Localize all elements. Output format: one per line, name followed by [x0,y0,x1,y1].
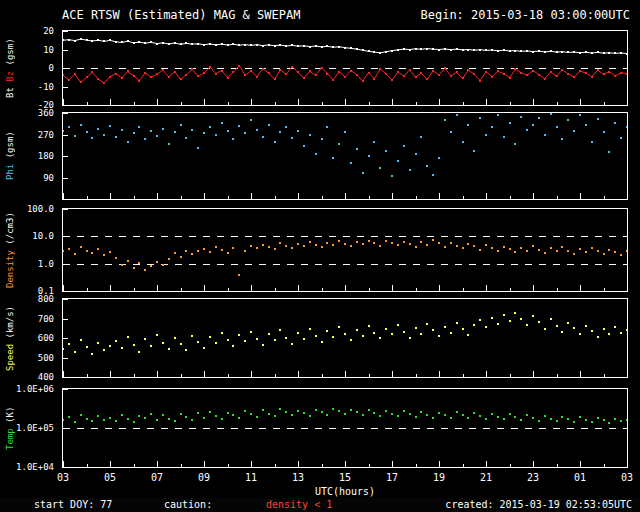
y-tick-label: 100.0 [27,204,54,214]
x-tick-label: 03 [616,472,638,483]
x-tick-label: 17 [381,472,403,483]
y-axis-label-mag: Bt Bz (gsm) [5,30,20,106]
y-tick-label: 1.0E+05 [16,423,54,433]
temp-canvas [63,389,627,467]
y-tick-label: 10 [43,45,54,55]
y-tick-label: 270 [38,130,54,140]
x-tick-label: 23 [522,472,544,483]
panel-speed [62,298,628,378]
panel-mag-bt-bz [62,30,628,106]
axis-label-part: Bt [5,87,15,98]
y-axis-label-density: Density (/cm3) [5,208,20,292]
footer-status-bar: start DOY: 77 caution: density < 1 creat… [0,498,640,512]
y-tick-label: 700 [38,314,54,324]
panel-density [62,208,628,292]
y-axis-label-phi: Phi (gsm) [5,112,20,200]
y-tick-label: 1.0E+04 [16,462,54,472]
y-axis-label-speed: Speed (km/s) [5,298,20,378]
begin-timestamp: Begin: 2015-03-18 03:00:00UTC [420,8,630,22]
x-tick-label: 21 [475,472,497,483]
caution-value: density < 1 [266,499,332,510]
y-tick-label: 90 [43,173,54,183]
x-tick-label: 19 [428,472,450,483]
panel-phi [62,112,628,200]
axis-label-part: Density [5,250,15,288]
axis-label-part: (/cm3) [5,212,15,245]
x-tick-label: 07 [146,472,168,483]
x-tick-label: 03 [52,472,74,483]
x-tick-label: 01 [569,472,591,483]
start-doy-text: start DOY: 77 [34,499,112,510]
y-tick-label: 10.0 [32,231,54,241]
y-tick-label: 500 [38,353,54,363]
x-tick-label: 13 [287,472,309,483]
y-axis-label-temp: Temp (K) [5,388,20,468]
caution-label: caution: [164,499,212,510]
ace-rtsw-plot-screen: ACE RTSW (Estimated) MAG & SWEPAM Begin:… [0,0,640,512]
created-timestamp: created: 2015-03-19 02:53:05UTC [445,499,632,510]
y-tick-label: 1.0E+06 [16,384,54,394]
axis-label-part: Bz [5,71,15,82]
y-tick-label: 1.0 [38,259,54,269]
phi-canvas [63,113,627,199]
axis-label-part: Phi [5,164,15,180]
x-axis-title: UTC(hours) [62,486,628,497]
axis-label-part: (gsm) [5,38,15,65]
density-canvas [63,209,627,291]
y-tick-label: 600 [38,333,54,343]
speed-canvas [63,299,627,377]
axis-label-part: Temp [5,428,15,450]
axis-label-part: (km/s) [5,305,15,338]
x-tick-label: 15 [334,472,356,483]
y-tick-label: 360 [38,108,54,118]
y-tick-label: 0 [49,63,54,73]
x-tick-label: 11 [240,472,262,483]
panel-temp [62,388,628,468]
mag-bt-bz-canvas [63,31,627,105]
x-axis-ticks: 03050709111315171921230103 [0,472,640,484]
y-tick-label: 180 [38,151,54,161]
y-tick-label: 800 [38,294,54,304]
y-tick-label: 400 [38,372,54,382]
axis-label-part: (gsm) [5,132,15,159]
y-tick-label: -10 [38,82,54,92]
axis-label-part: (K) [5,406,15,422]
x-tick-label: 09 [193,472,215,483]
y-tick-label: 20 [43,26,54,36]
axis-label-part: Speed [5,343,15,370]
plot-title: ACE RTSW (Estimated) MAG & SWEPAM [62,8,300,22]
x-tick-label: 05 [99,472,121,483]
